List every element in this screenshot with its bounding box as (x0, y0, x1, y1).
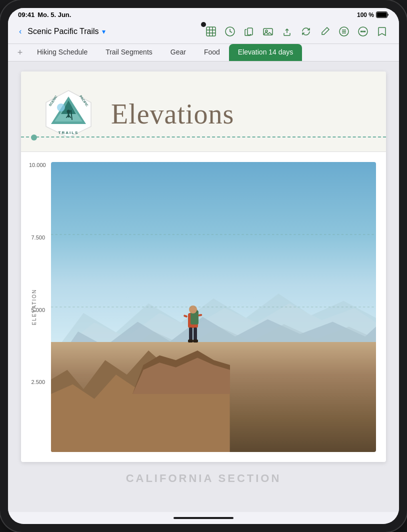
chart-image (51, 162, 376, 452)
svg-point-24 (57, 104, 65, 112)
date: Mo. 5. Jun. (38, 11, 71, 18)
mountain-photo (51, 162, 376, 452)
scenic-pacific-trails-logo: TRAILS SCENIC PACIFIC (41, 86, 96, 142)
tab-hiking-schedule[interactable]: Hiking Schedule (28, 44, 96, 61)
svg-rect-2 (206, 27, 216, 36)
toolbar-left: ‹ Scenic Pacific Trails ▾ (16, 25, 200, 38)
share-icon[interactable] (278, 22, 296, 40)
status-right: 100 % (357, 12, 389, 18)
logo-container: TRAILS SCENIC PACIFIC (41, 86, 96, 142)
svg-text:TRAILS: TRAILS (58, 130, 79, 135)
back-button[interactable]: ‹ (16, 25, 24, 38)
svg-point-25 (67, 110, 70, 114)
svg-rect-48 (193, 340, 198, 342)
clock-icon[interactable] (221, 22, 239, 40)
back-chevron: ‹ (19, 27, 22, 36)
home-indicator-container (8, 512, 399, 524)
page-heading: Elevations (111, 98, 234, 130)
y-label-10000: 10.000 (29, 162, 45, 168)
status-left: 09:41 Mo. 5. Jun. (18, 11, 71, 18)
time: 09:41 (18, 11, 34, 18)
doc-dropdown-icon[interactable]: ▾ (102, 28, 106, 36)
svg-rect-8 (248, 28, 252, 35)
document-page: TRAILS SCENIC PACIFIC Elevations (21, 72, 386, 462)
california-section-text: CALIFORNIA SECTION (126, 472, 282, 485)
menu-icon[interactable] (335, 22, 353, 40)
svg-point-19 (364, 31, 366, 32)
y-label-2500: 2.500 (29, 379, 45, 385)
tabs-bar: + Hiking Schedule Trail Segments Gear Fo… (8, 44, 399, 62)
bottom-section: CALIFORNIA SECTION (121, 467, 286, 490)
ipad-screen: 09:41 Mo. 5. Jun. 100 % ‹ Scenic Pacific… (8, 8, 399, 524)
add-tab-button[interactable]: + (12, 44, 28, 60)
svg-rect-1 (377, 12, 387, 18)
doc-title: Scenic Pacific Trails (28, 27, 98, 36)
battery-icon (376, 12, 389, 18)
tab-food[interactable]: Food (195, 44, 229, 61)
photo-icon[interactable] (259, 22, 277, 40)
chart-section: 10.000 7.500 5.000 2.500 ELEVATION (21, 152, 386, 462)
dashed-line (21, 136, 386, 138)
status-bar: 09:41 Mo. 5. Jun. 100 % (8, 8, 399, 20)
svg-rect-49 (183, 314, 188, 318)
pencil-icon[interactable] (316, 22, 334, 40)
svg-rect-45 (189, 328, 192, 342)
svg-point-18 (362, 31, 364, 32)
svg-point-44 (189, 306, 197, 314)
svg-rect-46 (194, 328, 197, 342)
bookmark-icon[interactable] (373, 22, 391, 40)
add-icon: + (18, 48, 23, 58)
copy-icon[interactable] (240, 22, 258, 40)
refresh-icon[interactable] (297, 22, 315, 40)
content-area: TRAILS SCENIC PACIFIC Elevations (8, 62, 399, 512)
svg-point-17 (361, 31, 362, 32)
camera-notch (201, 22, 206, 27)
y-axis: 10.000 7.500 5.000 2.500 ELEVATION (21, 162, 51, 452)
hiker-figure (178, 300, 208, 350)
svg-rect-50 (198, 314, 202, 316)
dot-connector (31, 134, 37, 140)
more-icon[interactable] (354, 22, 372, 40)
doc-header: TRAILS SCENIC PACIFIC Elevations (21, 72, 386, 152)
tab-gear[interactable]: Gear (162, 44, 195, 61)
chart-area (51, 162, 376, 452)
y-label-7500: 7.500 (29, 234, 45, 240)
ipad-frame: 09:41 Mo. 5. Jun. 100 % ‹ Scenic Pacific… (0, 0, 407, 532)
home-indicator[interactable] (174, 517, 234, 519)
y-axis-title: ELEVATION (32, 289, 37, 326)
battery: 100 % (357, 12, 374, 18)
svg-rect-47 (188, 340, 193, 342)
tab-elevation[interactable]: Elevation 14 days (229, 44, 302, 61)
tab-trail-segments[interactable]: Trail Segments (96, 44, 162, 61)
toolbar-icons (202, 22, 391, 40)
